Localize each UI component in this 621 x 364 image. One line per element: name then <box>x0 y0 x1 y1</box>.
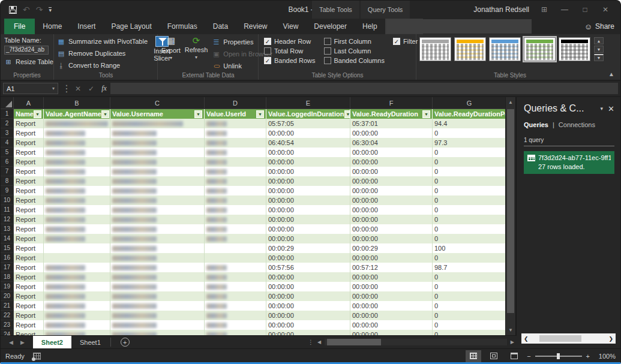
tools-button-summarize-with-pivottable[interactable]: ▦Summarize with PivotTable <box>57 36 148 47</box>
cell[interactable]: Report <box>14 128 44 138</box>
cell[interactable] <box>44 128 110 138</box>
row-number[interactable]: 11 <box>1 205 14 215</box>
cell[interactable]: 06:40:54 <box>266 138 350 148</box>
row-number[interactable]: 8 <box>1 176 14 186</box>
header-cell-value-readyduration[interactable]: Value.ReadyDuration▼ <box>350 109 433 119</box>
redo-icon[interactable]: ↷ <box>36 5 43 14</box>
zoom-slider[interactable] <box>535 356 582 357</box>
header-cell-name[interactable]: Name▼ <box>14 109 44 119</box>
cell[interactable] <box>110 291 205 301</box>
refresh-button[interactable]: ⟳ Refresh ▾ <box>185 36 208 71</box>
cell[interactable] <box>205 243 266 253</box>
checkbox-first-column[interactable]: First Column <box>324 38 385 45</box>
row-number[interactable]: 15 <box>1 243 14 253</box>
cell[interactable]: 05:57:05 <box>266 119 350 128</box>
scrollbar-grip-icon[interactable]: ⋮ <box>308 339 314 345</box>
cell[interactable] <box>44 243 110 253</box>
cell[interactable]: 0 <box>433 311 506 320</box>
cell[interactable]: 0 <box>433 215 506 224</box>
cell[interactable] <box>205 224 266 234</box>
cell[interactable]: 00:00:00 <box>266 205 350 215</box>
row-number[interactable]: 17 <box>1 263 14 272</box>
checkbox-banded-columns[interactable]: Banded Columns <box>324 57 385 64</box>
cell[interactable]: 98.7 <box>433 263 506 272</box>
cell[interactable] <box>110 234 205 243</box>
select-all-corner[interactable] <box>1 97 14 109</box>
cell[interactable]: 0 <box>433 253 506 263</box>
row-number[interactable]: 14 <box>1 234 14 243</box>
cell[interactable] <box>110 301 205 311</box>
cell[interactable]: Report <box>14 167 44 176</box>
column-header-b[interactable]: B <box>44 97 110 109</box>
cell[interactable] <box>110 311 205 320</box>
vertical-scroll-thumb[interactable] <box>507 109 514 313</box>
maximize-icon[interactable]: □ <box>575 1 595 19</box>
row-number[interactable]: 10 <box>1 195 14 205</box>
cell[interactable]: 00:00:00 <box>350 157 433 167</box>
cell[interactable] <box>110 243 205 253</box>
tools-button-remove-duplicates[interactable]: ▤Remove Duplicates <box>57 48 148 59</box>
cell[interactable]: Report <box>14 243 44 253</box>
cell[interactable] <box>205 167 266 176</box>
cell[interactable]: 0 <box>433 186 506 195</box>
cell[interactable] <box>205 263 266 272</box>
cell[interactable] <box>44 195 110 205</box>
column-header-e[interactable]: E <box>266 97 350 109</box>
cell[interactable] <box>44 167 110 176</box>
cell[interactable]: 00:00:00 <box>266 215 350 224</box>
cell[interactable]: Report <box>14 186 44 195</box>
row-number[interactable]: 1 <box>1 109 14 119</box>
cell[interactable]: Report <box>14 311 44 320</box>
cell[interactable]: 06:30:04 <box>350 138 433 148</box>
panel-scroll-right-icon[interactable]: ❯ <box>608 336 613 342</box>
zoom-out-icon[interactable]: − <box>527 353 530 360</box>
cell[interactable]: 00:00:00 <box>350 291 433 301</box>
cell[interactable] <box>205 311 266 320</box>
cell[interactable]: Report <box>14 176 44 186</box>
cell[interactable]: 00:00:00 <box>350 330 433 335</box>
cell[interactable] <box>110 195 205 205</box>
cell[interactable]: Report <box>14 320 44 330</box>
cell[interactable] <box>110 186 205 195</box>
cell[interactable] <box>205 291 266 301</box>
cell[interactable] <box>44 186 110 195</box>
filter-dropdown-icon[interactable]: ▼ <box>344 110 350 118</box>
cell[interactable]: Report <box>14 291 44 301</box>
name-box[interactable]: A1 ▾ <box>3 83 58 94</box>
cell[interactable] <box>205 119 266 128</box>
cell[interactable]: 0 <box>433 224 506 234</box>
cell[interactable] <box>44 282 110 291</box>
cell[interactable] <box>44 224 110 234</box>
column-header-d[interactable]: D <box>205 97 266 109</box>
customize-qat-icon[interactable]: ▾ <box>49 7 52 13</box>
sheet-tab-sheet1[interactable]: Sheet1 <box>71 336 109 348</box>
cell[interactable] <box>205 215 266 224</box>
filter-dropdown-icon[interactable]: ▼ <box>34 110 41 118</box>
horizontal-scroll-thumb[interactable] <box>327 339 381 345</box>
filter-dropdown-icon[interactable]: ▼ <box>256 110 264 118</box>
cell[interactable] <box>205 138 266 148</box>
table-style-swatch-dark[interactable] <box>559 37 590 61</box>
scroll-down-icon[interactable]: ▼ <box>506 325 515 335</box>
cell[interactable] <box>205 272 266 282</box>
add-sheet-button[interactable]: + <box>121 338 130 347</box>
cell[interactable] <box>110 215 205 224</box>
cell[interactable] <box>205 186 266 195</box>
cell[interactable]: Report <box>14 148 44 157</box>
row-number[interactable]: 4 <box>1 138 14 148</box>
cell[interactable]: 00:00:00 <box>266 291 350 301</box>
vertical-scrollbar[interactable]: ▲ ▼ <box>505 97 515 335</box>
cell[interactable] <box>44 148 110 157</box>
cell[interactable] <box>110 330 205 335</box>
cell[interactable] <box>110 148 205 157</box>
row-number[interactable]: 9 <box>1 186 14 195</box>
cell[interactable] <box>110 320 205 330</box>
table-style-swatch-green[interactable] <box>524 37 556 61</box>
cell[interactable]: 0 <box>433 195 506 205</box>
filter-dropdown-icon[interactable]: ▼ <box>101 110 109 118</box>
gallery-up-icon[interactable]: ▲ <box>594 37 604 44</box>
row-number[interactable]: 5 <box>1 148 14 157</box>
cell[interactable]: 00:00:00 <box>266 186 350 195</box>
row-number[interactable]: 2 <box>1 119 14 128</box>
cell[interactable] <box>110 167 205 176</box>
